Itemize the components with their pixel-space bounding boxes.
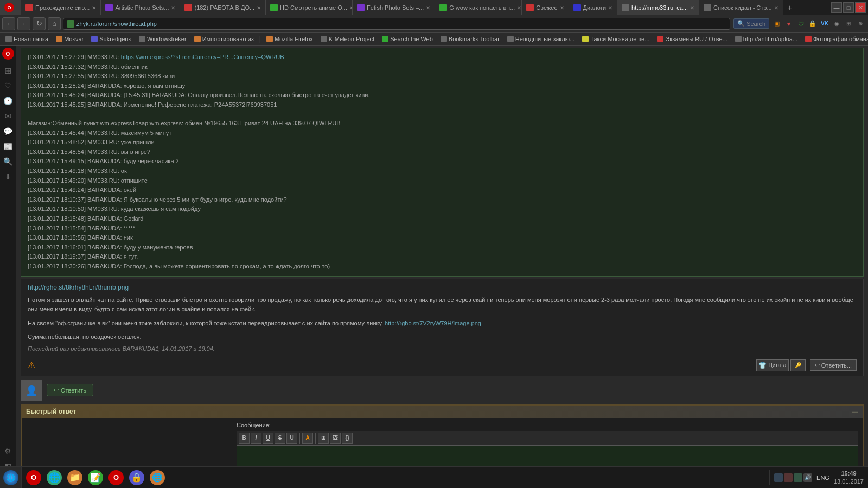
tab-close-1[interactable]: ✕ bbox=[92, 5, 96, 11]
bookmark-label-3: Windowstreker bbox=[147, 36, 187, 42]
forward-button[interactable]: › bbox=[17, 17, 30, 30]
minimize-window-btn[interactable]: — bbox=[831, 2, 842, 13]
tab-5[interactable]: Fetish Photo Sets –... ✕ bbox=[353, 0, 435, 15]
toolbar-link[interactable]: ⊞ bbox=[318, 433, 329, 444]
tab-close-9[interactable]: ✕ bbox=[690, 5, 694, 11]
address-bar[interactable]: zhyk.ru/forum/showthread.php bbox=[63, 18, 730, 30]
new-tab-button[interactable]: + bbox=[783, 3, 796, 12]
mail-icon[interactable]: ✉ bbox=[2, 110, 15, 123]
reply-footer-button[interactable]: ↩ Ответить... bbox=[810, 359, 857, 371]
heart-icon[interactable]: ♥ bbox=[783, 18, 794, 29]
bookmark-antif[interactable]: http://antif.ru/uploa... bbox=[732, 34, 801, 44]
reload-button[interactable]: ↻ bbox=[33, 17, 46, 30]
bookmark-windowstreker[interactable]: Windowstreker bbox=[136, 34, 190, 44]
tab-8[interactable]: Диалоги ✕ bbox=[569, 0, 618, 15]
chat-icon[interactable]: 💬 bbox=[2, 125, 15, 138]
toolbar-italic[interactable]: I bbox=[251, 433, 261, 444]
tab-close-6[interactable]: ✕ bbox=[517, 5, 521, 11]
download-icon[interactable]: ⬇ bbox=[2, 170, 15, 183]
taskbar-ie[interactable]: 🌐 bbox=[44, 468, 64, 487]
browser-toolbar-right: 🔍 Search ▣ ♥ 🛡 🔒 VK ◉ ⊞ ⊕ bbox=[732, 18, 866, 29]
collapse-icon[interactable]: — bbox=[852, 408, 858, 415]
tab-1[interactable]: Прохождение скю... ✕ bbox=[21, 0, 101, 15]
bookmark-icon-11 bbox=[657, 36, 663, 42]
bookmark-searchweb[interactable]: Search the Web bbox=[379, 34, 436, 44]
quick-reply-header: Быстрый ответ — bbox=[22, 406, 863, 418]
tab-label-4: HD Смотреть аниме О... bbox=[280, 4, 347, 11]
toolbar-color[interactable]: A bbox=[302, 433, 313, 444]
news-icon[interactable]: 📰 bbox=[2, 140, 15, 153]
bookmark-kmeleon[interactable]: K-Meleon Project bbox=[317, 34, 378, 44]
toolbar-strike[interactable]: S bbox=[275, 433, 285, 444]
tab-close-8[interactable]: ✕ bbox=[608, 5, 612, 11]
bookmark-exams[interactable]: Экзамены.RU / Отве... bbox=[654, 34, 730, 44]
tab-9[interactable]: http://mmo33.ru: са... ✕ bbox=[617, 0, 699, 15]
rss-icon[interactable]: ▣ bbox=[771, 18, 782, 29]
taskbar-keepass[interactable]: 🔒 bbox=[127, 468, 146, 487]
taskbar-explorer[interactable]: 📁 bbox=[65, 468, 85, 487]
maximize-window-btn[interactable]: □ bbox=[843, 2, 854, 13]
bookmark-mosvar[interactable]: Mosvar bbox=[53, 34, 87, 44]
tab-opera-logo[interactable]: O bbox=[0, 0, 21, 15]
back-button[interactable]: ‹ bbox=[2, 17, 15, 30]
opera-ext-icon[interactable]: ◉ bbox=[831, 18, 842, 29]
close-window-btn[interactable]: ✕ bbox=[855, 2, 866, 13]
bookmark-photos[interactable]: Фотографии обмана... bbox=[802, 34, 868, 44]
tab-7[interactable]: Свежее ✕ bbox=[522, 0, 569, 15]
post-link-1[interactable]: http://rgho.st/8krhy8hLn/thumb.png bbox=[28, 284, 129, 291]
taskbar-notepad[interactable]: 📝 bbox=[86, 468, 105, 487]
search-bar[interactable]: 🔍 Search bbox=[733, 18, 769, 29]
bookmark-imported[interactable]: Импортировано из bbox=[191, 34, 257, 44]
reply-arrow-icon: ↩ bbox=[54, 387, 59, 394]
bookmark-firefox[interactable]: Mozilla Firefox bbox=[263, 34, 316, 44]
log-line-20: [13.01.2017 18:30:26] BARAKUDA: Господа,… bbox=[28, 262, 857, 272]
log-link-0[interactable]: https://wm.express/?sFromCurrency=PR...C… bbox=[121, 54, 284, 60]
settings-icon[interactable]: ⚙ bbox=[2, 445, 15, 458]
bookmarks-sidebar-icon[interactable]: ♡ bbox=[2, 79, 15, 92]
history-sidebar-icon[interactable]: 🕐 bbox=[2, 94, 15, 107]
tab-close-7[interactable]: ✕ bbox=[560, 5, 564, 11]
tab-close-10[interactable]: ✕ bbox=[774, 5, 778, 11]
toolbar-underline[interactable]: U bbox=[263, 433, 273, 444]
opera-home-icon[interactable]: O bbox=[2, 48, 14, 60]
tab-10[interactable]: Список кидал - Стр... ✕ bbox=[699, 0, 783, 15]
bookmark-taxi[interactable]: Такси Москва деше... bbox=[579, 34, 653, 44]
tshirt-button[interactable]: 👕 Цитата bbox=[756, 359, 789, 371]
ext-icon-2[interactable]: ⊞ bbox=[843, 18, 854, 29]
volume-icon[interactable]: 🔊 bbox=[803, 473, 812, 482]
tab-close-3[interactable]: ✕ bbox=[257, 5, 261, 11]
bookmark-label-4: Импортировано из bbox=[202, 36, 254, 42]
ext-icon-3[interactable]: ⊕ bbox=[855, 18, 866, 29]
tab-3[interactable]: (182) РАБОТА В ДО... ✕ bbox=[180, 0, 266, 15]
tab-4[interactable]: HD Смотреть аниме О... ✕ bbox=[266, 0, 353, 15]
toolbar-image[interactable]: 🖼 bbox=[330, 433, 341, 444]
bookmark-sukredgeris[interactable]: Sukredgeris bbox=[88, 34, 135, 44]
taskbar-chrome[interactable]: 🌐 bbox=[148, 468, 167, 487]
ssl-icon bbox=[67, 20, 74, 28]
bookmark-toolbar[interactable]: Bookmarks Toolbar bbox=[437, 34, 503, 44]
warning-icon[interactable]: ⚠ bbox=[28, 360, 35, 370]
taskbar-opera2[interactable]: O bbox=[106, 468, 126, 487]
bookmark-icon-6 bbox=[321, 36, 327, 42]
speed-dial-icon[interactable]: ⊞ bbox=[2, 64, 15, 77]
home-button[interactable]: ⌂ bbox=[48, 17, 61, 30]
search-sidebar-icon[interactable]: 🔍 bbox=[2, 155, 15, 168]
key-button[interactable]: 🔑 bbox=[790, 359, 806, 371]
taskbar-keepass-icon: 🔒 bbox=[129, 470, 144, 485]
vk-icon[interactable]: VK bbox=[819, 18, 830, 29]
tab-2[interactable]: Artistic Photo Sets... ✕ bbox=[101, 0, 180, 15]
reply-button[interactable]: ↩ Ответить bbox=[47, 384, 93, 396]
tab-6[interactable]: G wow как попасть в т... ✕ bbox=[435, 0, 522, 15]
start-button[interactable]: 🌐 bbox=[0, 467, 22, 489]
taskbar-opera[interactable]: O bbox=[24, 468, 43, 487]
tab-close-5[interactable]: ✕ bbox=[426, 5, 430, 11]
tshirt-btn-area: 👕 Цитата 🔑 bbox=[756, 359, 806, 371]
language-indicator[interactable]: ENG bbox=[814, 474, 832, 481]
bookmark-nepodshitye[interactable]: Неподшитые заклю... bbox=[504, 34, 578, 44]
post-link-2[interactable]: http://rgho.st/7V2ryW79H/image.png bbox=[385, 320, 481, 326]
toolbar-bold[interactable]: B bbox=[239, 433, 250, 444]
toolbar-underline2[interactable]: U bbox=[286, 433, 297, 444]
tab-close-2[interactable]: ✕ bbox=[171, 5, 175, 11]
bookmark-new-folder[interactable]: Новая папка bbox=[2, 34, 52, 44]
toolbar-code[interactable]: {} bbox=[342, 433, 353, 444]
